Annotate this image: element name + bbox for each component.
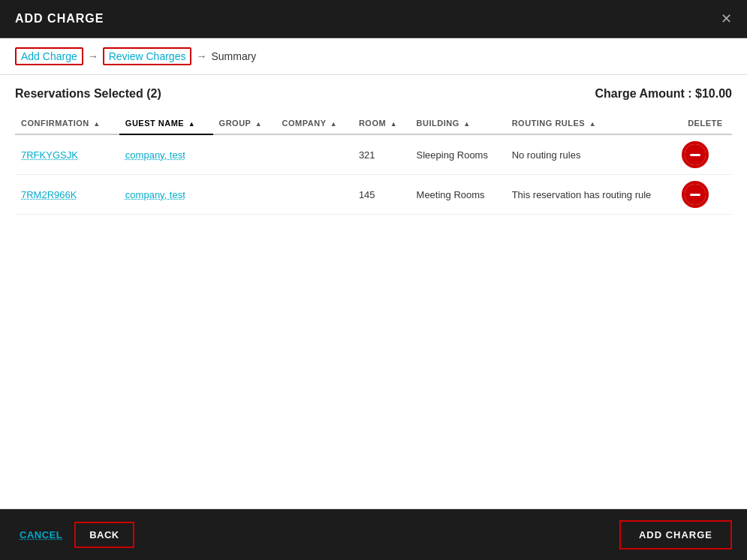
modal-title: ADD CHARGE xyxy=(15,12,104,26)
cell-building: Meeting Rooms xyxy=(411,175,506,215)
cell-guest_name[interactable]: company, test xyxy=(119,175,213,215)
delete-button[interactable] xyxy=(685,144,706,165)
breadcrumb-step1[interactable]: Add Charge xyxy=(15,47,83,65)
col-header-routing-rules[interactable]: ROUTING RULES ▲ xyxy=(506,113,679,134)
sort-icon-group: ▲ xyxy=(255,120,262,128)
footer-left: CANCEL BACK xyxy=(15,522,134,548)
add-charge-button[interactable]: ADD CHARGE xyxy=(619,520,732,549)
modal-footer: CANCEL BACK ADD CHARGE xyxy=(0,509,747,560)
cell-company xyxy=(276,175,353,215)
breadcrumb-arrow-1: → xyxy=(88,50,98,62)
cell-routing_rules: No routing rules xyxy=(506,134,679,175)
cell-company xyxy=(276,134,353,175)
cell-group xyxy=(213,134,276,175)
modal-body: Add Charge → Review Charges → Summary Re… xyxy=(0,38,747,509)
sort-icon-building: ▲ xyxy=(463,120,470,128)
table-row: 7RFKYGSJKcompany, test321Sleeping RoomsN… xyxy=(15,134,732,175)
table-row: 7RM2R966Kcompany, test145Meeting RoomsTh… xyxy=(15,175,732,215)
delete-cell xyxy=(679,134,732,175)
close-icon[interactable]: ✕ xyxy=(721,11,732,27)
breadcrumb-step3: Summary xyxy=(211,50,256,62)
content-area: Reservations Selected (2) Charge Amount … xyxy=(0,75,747,509)
delete-button[interactable] xyxy=(685,184,706,205)
table-wrapper: CONFIRMATION ▲ GUEST NAME ▲ GROUP ▲ xyxy=(15,113,732,215)
back-button[interactable]: BACK xyxy=(74,522,134,548)
sort-icon-guest-name: ▲ xyxy=(188,120,195,128)
col-header-group[interactable]: GROUP ▲ xyxy=(213,113,276,134)
summary-header: Reservations Selected (2) Charge Amount … xyxy=(15,87,732,101)
col-header-building[interactable]: BUILDING ▲ xyxy=(411,113,506,134)
cell-confirmation[interactable]: 7RM2R966K xyxy=(15,175,119,215)
col-header-guest-name[interactable]: GUEST NAME ▲ xyxy=(119,113,213,134)
cancel-button[interactable]: CANCEL xyxy=(15,526,67,543)
minus-icon xyxy=(690,154,700,156)
cell-group xyxy=(213,175,276,215)
modal-header: ADD CHARGE ✕ xyxy=(0,0,747,38)
cell-room: 321 xyxy=(353,134,411,175)
minus-icon xyxy=(690,194,700,196)
breadcrumb: Add Charge → Review Charges → Summary xyxy=(0,38,747,75)
charges-table: CONFIRMATION ▲ GUEST NAME ▲ GROUP ▲ xyxy=(15,113,732,215)
col-header-confirmation[interactable]: CONFIRMATION ▲ xyxy=(15,113,119,134)
cell-routing_rules: This reservation has routing rule xyxy=(506,175,679,215)
col-header-room[interactable]: ROOM ▲ xyxy=(353,113,411,134)
sort-icon-confirmation: ▲ xyxy=(93,120,100,128)
reservations-title: Reservations Selected (2) xyxy=(15,87,161,101)
cell-confirmation[interactable]: 7RFKYGSJK xyxy=(15,134,119,175)
col-header-company[interactable]: COMPANY ▲ xyxy=(276,113,353,134)
cell-guest_name[interactable]: company, test xyxy=(119,134,213,175)
modal: ADD CHARGE ✕ Add Charge → Review Charges… xyxy=(0,0,747,560)
sort-icon-routing-rules: ▲ xyxy=(589,120,596,128)
delete-cell xyxy=(679,175,732,215)
charge-amount: Charge Amount : $10.00 xyxy=(595,87,732,101)
sort-icon-company: ▲ xyxy=(330,120,337,128)
sort-icon-room: ▲ xyxy=(390,120,397,128)
breadcrumb-step2[interactable]: Review Charges xyxy=(103,47,192,65)
col-header-delete: DELETE xyxy=(679,113,732,134)
cell-building: Sleeping Rooms xyxy=(411,134,506,175)
breadcrumb-arrow-2: → xyxy=(196,50,206,62)
cell-room: 145 xyxy=(353,175,411,215)
